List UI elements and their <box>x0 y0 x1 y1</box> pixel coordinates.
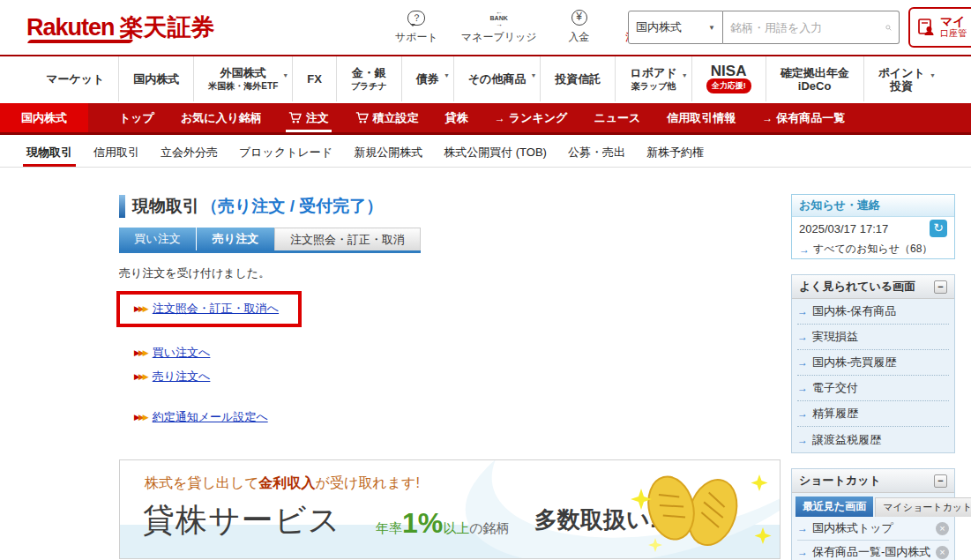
arrow-right-icon: → <box>797 382 808 394</box>
subnav-public-offering[interactable]: 公募・売出 <box>557 138 636 167</box>
link-sell-order[interactable]: ▶▶▶ 売り注文へ <box>134 369 210 385</box>
support-icon: ？ <box>407 7 425 28</box>
popular-item-edelivery[interactable]: →電子交付 <box>797 376 949 401</box>
shortcut-title: ショートカット <box>799 473 881 489</box>
search-box <box>723 11 900 44</box>
section-nav-domestic-stock[interactable]: 国内株式 <box>0 103 88 132</box>
logo-name: 楽天証券 <box>120 14 215 41</box>
rednav-order[interactable]: 注文 <box>275 103 342 132</box>
close-icon[interactable]: × <box>936 546 949 559</box>
search-category-select[interactable]: 国内株式 ▼ <box>628 11 723 44</box>
my-menu-label: マイ <box>940 16 967 27</box>
subnav-offhours[interactable]: 立会外分売 <box>150 138 228 167</box>
close-icon[interactable]: × <box>936 522 949 535</box>
main-content: 現物取引 （売り注文 / 受付完了） 買い注文 売り注文 注文照会・訂正・取消 … <box>119 190 781 560</box>
arrow-right-icon: → <box>797 407 808 420</box>
shortcut-tab-my[interactable]: マイショートカット <box>875 497 971 517</box>
arrow-right-icon: → <box>799 243 810 256</box>
rednav-accumulation[interactable]: 積立設定 <box>342 103 432 132</box>
arrow-right-icon: → <box>797 546 808 558</box>
arrow-right-icon: → <box>797 305 808 317</box>
deposit-link[interactable]: ¥ 入金 <box>560 7 599 45</box>
notice-box: お知らせ・連絡 2025/03/17 17:17 ↻ → すべてのお知らせ（68… <box>791 194 955 259</box>
nav-point-invest[interactable]: ポイント投資▼ <box>863 56 939 101</box>
nav-roboad[interactable]: ロボアド楽ラップ他▼ <box>615 56 691 101</box>
arrow-right-icon: → <box>495 112 505 124</box>
popular-item-holdings[interactable]: →国内株-保有商品 <box>797 299 949 325</box>
stock-lending-banner[interactable]: 株式を貸し出して金利収入が受け取れます! 貸株サービス 年率1%以上の銘柄 多数… <box>119 459 781 559</box>
page: Rakuten楽天証券 ？ サポート ←BANK→ マネーブリッジ ¥ 入金 <box>0 0 971 560</box>
rednav-ranking[interactable]: →ランキング <box>482 103 581 132</box>
caret-down-icon: ▼ <box>930 69 936 82</box>
nav-foreign-stock[interactable]: 外国株式米国株・海外ETF▼ <box>193 56 292 101</box>
shortcut-item-domestic-top[interactable]: → 国内株式トップ × <box>797 517 949 541</box>
my-menu-button[interactable]: マイ 口座管 <box>908 7 971 48</box>
cart-icon <box>288 111 303 124</box>
trade-type-nav: 現物取引 信用取引 立会外分売 ブロックトレード 新規公開株式 株式公開買付 (… <box>0 138 971 168</box>
search-icon[interactable] <box>885 20 892 35</box>
all-notices-link[interactable]: → すべてのお知らせ（68） <box>792 240 954 258</box>
sidebar: お知らせ・連絡 2025/03/17 17:17 ↻ → すべてのお知らせ（68… <box>791 194 955 560</box>
rakuten-logo[interactable]: Rakuten楽天証券 <box>26 11 215 43</box>
rednav-margin-info[interactable]: 信用取引情報 <box>654 103 749 132</box>
bank-icon: ←BANK→ <box>490 7 508 28</box>
caret-down-icon: ▼ <box>708 24 715 32</box>
link-buy-order[interactable]: ▶▶▶ 買い注文へ <box>134 345 210 361</box>
nav-market[interactable]: マーケット <box>32 56 118 101</box>
shortcut-tab-recent[interactable]: 最近見た画面 <box>795 497 873 517</box>
nav-fx[interactable]: FX <box>292 56 336 101</box>
subnav-tob[interactable]: 株式公開買付 (TOB) <box>433 138 557 167</box>
minimize-button[interactable]: − <box>934 474 947 488</box>
refresh-button[interactable]: ↻ <box>930 220 947 237</box>
rednav-holdings[interactable]: →保有商品一覧 <box>749 103 858 132</box>
triple-arrow-icon: ▶▶▶ <box>134 372 147 381</box>
tab-sell-order[interactable]: 売り注文 <box>197 228 274 250</box>
popular-item-capital-gains-tax[interactable]: →譲渡益税履歴 <box>797 427 949 452</box>
nav-domestic-stock[interactable]: 国内株式 <box>118 56 193 101</box>
tab-order-inquiry[interactable]: 注文照会・訂正・取消 <box>274 228 421 250</box>
order-tabs: 買い注文 売り注文 注文照会・訂正・取消 <box>119 228 421 250</box>
subnav-margin-trade[interactable]: 信用取引 <box>83 138 150 167</box>
popular-item-trade-history[interactable]: →国内株-売買履歴 <box>797 350 949 376</box>
deposit-icon: ¥ <box>571 7 587 28</box>
rednav-favorites[interactable]: お気に入り銘柄 <box>168 103 275 132</box>
nav-gold-platinum[interactable]: 金・銀プラチナ <box>336 56 401 101</box>
minimize-button[interactable]: − <box>934 280 947 294</box>
subnav-warrants[interactable]: 新株予約権 <box>636 138 714 167</box>
link-execution-mail-settings[interactable]: ▶▶▶ 約定通知メール設定へ <box>134 409 268 425</box>
section-nav: 国内株式 トップ お気に入り銘柄 注文 積立設定 貸株 →ランキング ニュース … <box>0 103 971 135</box>
popular-title: よく見られている画面 <box>799 279 915 295</box>
tab-buy-order[interactable]: 買い注文 <box>119 228 197 250</box>
arrow-right-icon: → <box>797 522 808 534</box>
caret-down-icon: ▼ <box>682 69 688 82</box>
shortcut-box: ショートカット − 最近見た画面 マイショートカット → 国内株式トップ × →… <box>791 468 955 560</box>
account-doc-icon <box>916 18 936 37</box>
link-order-inquiry[interactable]: ▶▶▶ 注文照会・訂正・取消へ <box>134 301 279 317</box>
rednav-top[interactable]: トップ <box>106 103 168 132</box>
nav-other-products[interactable]: その他商品▼ <box>453 56 541 101</box>
nav-ideco[interactable]: 確定拠出年金iDeCo <box>766 56 863 101</box>
rednav-news[interactable]: ニュース <box>580 103 654 132</box>
nav-bonds[interactable]: 債券▼ <box>401 56 453 101</box>
popular-item-settlement-history[interactable]: →精算履歴 <box>797 401 949 427</box>
search-category-value: 国内株式 <box>636 19 682 35</box>
banner-rate: 年率1%以上の銘柄 <box>376 511 510 537</box>
search-input[interactable] <box>730 21 885 34</box>
nisa-badge: 全力応援! <box>706 78 751 93</box>
subnav-cash-trade[interactable]: 現物取引 <box>16 138 83 167</box>
gold-coins-icon <box>629 464 774 556</box>
global-nav: マーケット 国内株式 外国株式米国株・海外ETF▼ FX 金・銀プラチナ 債券▼… <box>0 55 971 101</box>
popular-screens-box: よく見られている画面 − →国内株-保有商品 →実現損益 →国内株-売買履歴 →… <box>791 274 955 453</box>
popular-item-realized-pl[interactable]: →実現損益 <box>797 325 949 350</box>
support-link[interactable]: ？ サポート <box>395 7 438 45</box>
arrow-right-icon: → <box>797 356 808 369</box>
money-bridge-link[interactable]: ←BANK→ マネーブリッジ <box>461 7 537 45</box>
nav-nisa[interactable]: NISA全力応援! <box>691 56 766 101</box>
subnav-ipo[interactable]: 新規公開株式 <box>343 138 433 167</box>
nav-investment-trust[interactable]: 投資信託 <box>540 56 615 101</box>
shortcut-item-holdings-list[interactable]: → 保有商品一覧-国内株式 × <box>797 541 949 560</box>
subnav-block-trade[interactable]: ブロックトレード <box>228 138 343 167</box>
rednav-stock-lending[interactable]: 貸株 <box>432 103 482 132</box>
money-bridge-label: マネーブリッジ <box>461 30 537 45</box>
triple-arrow-icon: ▶▶▶ <box>134 413 147 422</box>
